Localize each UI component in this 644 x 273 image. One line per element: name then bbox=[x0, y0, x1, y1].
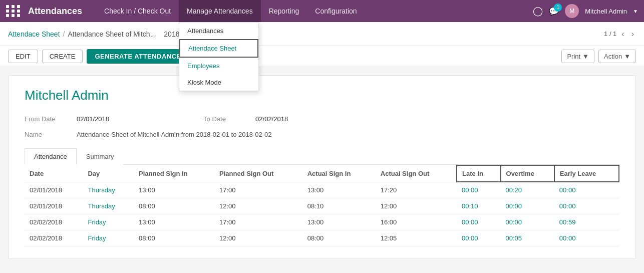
cell-actual-sign-in: 13:00 bbox=[302, 214, 376, 230]
table-row: 02/02/2018 Friday 13:00 17:00 13:00 16:0… bbox=[25, 214, 619, 230]
pagination: 1 / 1 ‹ › bbox=[604, 29, 636, 40]
nav-configuration[interactable]: Configuration bbox=[307, 0, 365, 22]
col-late-in: Late In bbox=[457, 165, 501, 182]
col-actual-sign-in: Actual Sign In bbox=[302, 165, 376, 182]
table-row: 02/02/2018 Friday 08:00 12:00 08:00 12:0… bbox=[25, 230, 619, 246]
breadcrumb: Attendace Sheet / Attendance Sheet of Mi… bbox=[8, 30, 156, 38]
col-actual-sign-out: Actual Sign Out bbox=[376, 165, 457, 182]
cell-planned-sign-out: 12:00 bbox=[214, 230, 302, 246]
dropdown-employees[interactable]: Employees bbox=[179, 58, 258, 74]
cell-date: 02/01/2018 bbox=[25, 182, 83, 198]
cell-day: Friday bbox=[83, 230, 134, 246]
to-date-field: To Date 02/02/2018 bbox=[203, 115, 288, 123]
edit-button[interactable]: EDIT bbox=[8, 50, 38, 63]
tab-summary[interactable]: Summary bbox=[77, 148, 124, 165]
app-brand: Attendances bbox=[28, 6, 82, 17]
cell-actual-sign-out: 17:20 bbox=[376, 182, 457, 198]
cell-actual-sign-out: 16:00 bbox=[376, 214, 457, 230]
from-date-label: From Date bbox=[25, 115, 65, 123]
form-card: Mitchell Admin From Date 02/01/2018 To D… bbox=[8, 75, 636, 259]
col-planned-sign-in: Planned Sign In bbox=[134, 165, 214, 182]
breadcrumb-parent[interactable]: Attendace Sheet bbox=[8, 30, 60, 38]
cell-planned-sign-out: 17:00 bbox=[214, 214, 302, 230]
cell-day: Thursday bbox=[83, 182, 134, 198]
cell-date: 02/01/2018 bbox=[25, 198, 83, 214]
cell-overtime: 00:00 bbox=[501, 198, 554, 214]
apps-grid-icon[interactable] bbox=[6, 5, 21, 17]
from-date-value: 02/01/2018 bbox=[77, 115, 109, 123]
nav-check-in-out[interactable]: Check In / Check Out bbox=[96, 0, 179, 22]
chat-badge: 1 bbox=[554, 4, 562, 12]
user-name[interactable]: Mitchell Admin bbox=[585, 8, 627, 15]
cell-late-in: 00:00 bbox=[457, 230, 501, 246]
dropdown-attendances[interactable]: Attendances bbox=[179, 23, 258, 39]
breadcrumb-bar: Attendace Sheet / Attendance Sheet of Mi… bbox=[0, 22, 644, 46]
topbar-right: ◯ 💬 1 M Mitchell Admin ▼ bbox=[533, 4, 638, 18]
cell-early-leave: 00:59 bbox=[554, 214, 619, 230]
to-date-label: To Date bbox=[203, 115, 243, 123]
employee-name-heading: Mitchell Admin bbox=[25, 88, 619, 103]
cell-late-in: 00:10 bbox=[457, 198, 501, 214]
dropdown-attendance-sheet[interactable]: Attendace Sheet bbox=[179, 39, 258, 58]
action-dropdown-icon: ▼ bbox=[624, 53, 630, 60]
breadcrumb-current: Attendance Sheet of Mitch... bbox=[68, 30, 156, 38]
breadcrumb-separator: / bbox=[63, 30, 65, 38]
print-button[interactable]: Print ▼ bbox=[561, 50, 594, 63]
cell-early-leave: 00:00 bbox=[554, 182, 619, 198]
name-label: Name bbox=[25, 131, 65, 138]
main-content: Mitchell Admin From Date 02/01/2018 To D… bbox=[0, 67, 644, 267]
cell-actual-sign-in: 13:00 bbox=[302, 182, 376, 198]
cell-planned-sign-out: 12:00 bbox=[214, 198, 302, 214]
cell-overtime: 00:20 bbox=[501, 182, 554, 198]
action-button[interactable]: Action ▼ bbox=[598, 50, 636, 63]
cell-planned-sign-in: 08:00 bbox=[134, 230, 214, 246]
action-bar: EDIT CREATE GENERATE ATTENDANCE SHEET Pr… bbox=[0, 46, 644, 67]
cell-actual-sign-in: 08:10 bbox=[302, 198, 376, 214]
topbar: Attendances Check In / Check Out Manage … bbox=[0, 0, 644, 22]
col-planned-sign-out: Planned Sign Out bbox=[214, 165, 302, 182]
attendance-table: Date Day Planned Sign In Planned Sign Ou… bbox=[25, 165, 619, 246]
from-date-field: From Date 02/01/2018 bbox=[25, 115, 109, 123]
pagination-prev[interactable]: ‹ bbox=[619, 29, 626, 40]
cell-early-leave: 00:00 bbox=[554, 230, 619, 246]
print-dropdown-icon: ▼ bbox=[582, 53, 589, 60]
name-value: Attendance Sheet of Mitchell Admin from … bbox=[77, 131, 272, 138]
tabs: Attendance Summary bbox=[25, 148, 619, 165]
cell-late-in: 00:00 bbox=[457, 214, 501, 230]
cell-overtime: 00:00 bbox=[501, 214, 554, 230]
cell-planned-sign-in: 13:00 bbox=[134, 214, 214, 230]
col-date: Date bbox=[25, 165, 83, 182]
top-navigation: Check In / Check Out Manage Attendances … bbox=[96, 0, 533, 22]
nav-manage-attendances[interactable]: Manage Attendances Attendances Attendace… bbox=[179, 0, 261, 22]
name-field: Name Attendance Sheet of Mitchell Admin … bbox=[25, 131, 272, 138]
cell-late-in: 00:00 bbox=[457, 182, 501, 198]
create-button[interactable]: CREATE bbox=[42, 50, 83, 63]
table-row: 02/01/2018 Thursday 08:00 12:00 08:10 12… bbox=[25, 198, 619, 214]
to-date-value: 02/02/2018 bbox=[255, 115, 288, 123]
col-overtime: Overtime bbox=[501, 165, 554, 182]
user-dropdown-icon[interactable]: ▼ bbox=[633, 9, 638, 14]
name-row: Name Attendance Sheet of Mitchell Admin … bbox=[25, 131, 619, 138]
cell-planned-sign-out: 17:00 bbox=[214, 182, 302, 198]
dropdown-kiosk-mode[interactable]: Kiosk Mode bbox=[179, 74, 258, 91]
chat-icon[interactable]: 💬 1 bbox=[549, 7, 559, 16]
tab-attendance[interactable]: Attendance bbox=[25, 148, 77, 165]
cell-date: 02/02/2018 bbox=[25, 230, 83, 246]
cell-planned-sign-in: 08:00 bbox=[134, 198, 214, 214]
clock-icon[interactable]: ◯ bbox=[533, 6, 543, 17]
cell-date: 02/02/2018 bbox=[25, 214, 83, 230]
cell-actual-sign-out: 12:05 bbox=[376, 230, 457, 246]
nav-reporting[interactable]: Reporting bbox=[261, 0, 307, 22]
avatar: M bbox=[565, 4, 579, 18]
pagination-info: 1 / 1 bbox=[604, 30, 616, 38]
cell-day: Friday bbox=[83, 214, 134, 230]
cell-overtime: 00:05 bbox=[501, 230, 554, 246]
pagination-next[interactable]: › bbox=[629, 29, 636, 40]
date-row: From Date 02/01/2018 To Date 02/02/2018 bbox=[25, 115, 619, 123]
col-early-leave: Early Leave bbox=[554, 165, 619, 182]
col-day: Day bbox=[83, 165, 134, 182]
manage-attendances-dropdown: Attendances Attendace Sheet Employees Ki… bbox=[179, 22, 259, 91]
cell-actual-sign-out: 12:00 bbox=[376, 198, 457, 214]
table-row: 02/01/2018 Thursday 13:00 17:00 13:00 17… bbox=[25, 182, 619, 198]
cell-day: Thursday bbox=[83, 198, 134, 214]
